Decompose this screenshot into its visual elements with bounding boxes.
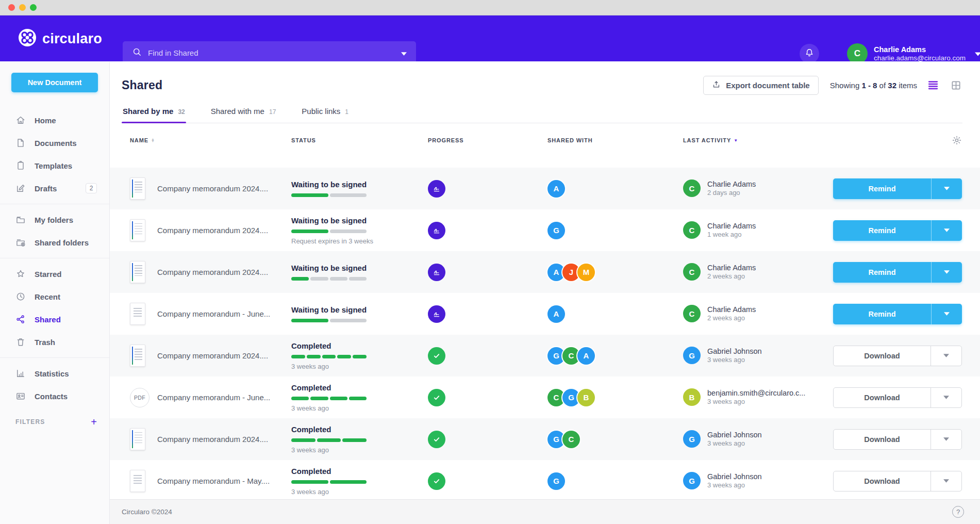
- progress-segment: [317, 438, 341, 442]
- export-document-table-button[interactable]: Export document table: [703, 76, 819, 95]
- last-activity-time: 2 weeks ago: [707, 314, 756, 323]
- sidebar-item-starred[interactable]: Starred: [0, 263, 109, 285]
- window-zoom-button[interactable]: [30, 4, 37, 11]
- table-row: Company memorandum 2024.... Waiting to b…: [110, 168, 980, 209]
- caret-down-icon[interactable]: [931, 430, 961, 449]
- sidebar: New Document Home Documents Templates Dr…: [0, 62, 110, 524]
- sidebar-item-home[interactable]: Home: [0, 109, 109, 132]
- progress-segment: [291, 438, 315, 442]
- tab-shared-with-me[interactable]: Shared with me17: [210, 107, 277, 123]
- progress-segment: [291, 277, 309, 281]
- last-activity-avatar: C: [683, 179, 701, 197]
- last-activity-avatar: C: [683, 263, 701, 281]
- add-filter-button[interactable]: +: [91, 417, 97, 427]
- tab-shared-by-me[interactable]: Shared by me32: [122, 107, 186, 123]
- last-activity-name: Charlie Adams: [707, 221, 756, 231]
- column-name[interactable]: NAME ▲▼: [130, 137, 291, 143]
- column-settings-icon[interactable]: [833, 135, 962, 145]
- help-button[interactable]: ?: [952, 506, 964, 518]
- status-text: Completed: [291, 425, 428, 434]
- sidebar-item-my-folders[interactable]: My folders: [0, 208, 109, 231]
- download-button[interactable]: Download: [833, 471, 962, 492]
- brand-logo[interactable]: circularo: [18, 28, 102, 50]
- sidebar-item-shared[interactable]: Shared: [0, 308, 109, 331]
- search-icon: [132, 47, 142, 59]
- shared-with-avatars: CGB: [547, 389, 683, 406]
- document-name[interactable]: Company memorandum - June...: [157, 309, 270, 318]
- notifications-button[interactable]: [800, 44, 819, 63]
- sidebar-item-trash[interactable]: Trash: [0, 331, 109, 353]
- new-document-button[interactable]: New Document: [11, 73, 98, 92]
- sidebar-item-drafts[interactable]: Drafts 2: [0, 177, 109, 200]
- remind-button[interactable]: Remind: [833, 178, 962, 199]
- user-avatar: C: [847, 43, 868, 64]
- document-icon: [130, 219, 145, 241]
- caret-down-icon[interactable]: [931, 304, 962, 324]
- download-button[interactable]: Download: [833, 387, 962, 408]
- grid-view-icon[interactable]: [949, 78, 962, 92]
- caret-down-icon[interactable]: [931, 178, 962, 199]
- sidebar-item-documents[interactable]: Documents: [0, 132, 109, 154]
- table-body: Company memorandum 2024.... Waiting to b…: [110, 168, 980, 502]
- tab-bar: Shared by me32 Shared with me17 Public l…: [122, 107, 962, 123]
- user-menu[interactable]: C Charlie Adams charlie.adams@circularo.…: [847, 43, 980, 64]
- check-badge: [428, 389, 445, 406]
- last-activity-name: Gabriel Johnson: [707, 430, 762, 440]
- last-activity: B benjamin.smith@circularo.c... 3 weeks …: [683, 388, 833, 407]
- document-icon: [130, 261, 145, 283]
- document-name[interactable]: Company memorandum 2024....: [157, 184, 268, 193]
- last-activity-avatar: G: [683, 472, 701, 489]
- filters-section: FILTERS +: [15, 417, 97, 427]
- tab-public-links[interactable]: Public links1: [301, 107, 350, 123]
- column-shared-with: SHARED WITH: [547, 137, 683, 143]
- document-name[interactable]: Company memorandum 2024....: [157, 226, 268, 235]
- last-activity: G Gabriel Johnson 3 weeks ago: [683, 430, 833, 449]
- search-scope-caret-icon[interactable]: [401, 48, 407, 58]
- progress-segment: [291, 319, 328, 322]
- window-close-button[interactable]: [8, 4, 15, 11]
- document-name[interactable]: Company memorandum - June...: [157, 393, 270, 402]
- sidebar-item-recent[interactable]: Recent: [0, 285, 109, 308]
- download-button[interactable]: Download: [833, 346, 962, 366]
- search-input[interactable]: [148, 48, 395, 57]
- window-titlebar: [0, 0, 980, 15]
- document-name[interactable]: Company memorandum 2024....: [157, 351, 268, 360]
- download-button[interactable]: Download: [833, 429, 962, 450]
- column-last-activity[interactable]: LAST ACTIVITY ▼: [683, 137, 833, 143]
- table-row: Company memorandum - May.... Completed 3…: [110, 460, 980, 502]
- progress-bar: [291, 438, 367, 442]
- progress-bar: [291, 193, 367, 197]
- progress-segment: [342, 438, 367, 442]
- remind-button[interactable]: Remind: [833, 304, 962, 324]
- last-activity-name: Charlie Adams: [707, 305, 756, 315]
- caret-down-icon[interactable]: [931, 262, 962, 283]
- last-activity: G Gabriel Johnson 3 weeks ago: [683, 347, 833, 365]
- caret-down-icon[interactable]: [931, 346, 961, 366]
- caret-down-icon[interactable]: [931, 471, 961, 491]
- remind-button[interactable]: Remind: [833, 220, 962, 241]
- shared-avatar: A: [547, 180, 565, 198]
- sidebar-item-statistics[interactable]: Statistics: [0, 362, 109, 385]
- results-count: Showing 1 - 8 of 32 items: [830, 81, 917, 90]
- document-name[interactable]: Company memorandum 2024....: [157, 268, 268, 276]
- window-minimize-button[interactable]: [19, 4, 26, 11]
- contacts-icon: [15, 391, 26, 401]
- progress-segment: [291, 230, 328, 233]
- sidebar-item-templates[interactable]: Templates: [0, 154, 109, 177]
- last-activity-avatar: G: [683, 430, 701, 448]
- last-activity-name: benjamin.smith@circularo.c...: [707, 388, 805, 398]
- sidebar-item-shared-folders[interactable]: Shared folders: [0, 231, 109, 254]
- remind-button[interactable]: Remind: [833, 262, 962, 283]
- shared-with-avatars: GC: [547, 431, 683, 448]
- caret-down-icon[interactable]: [931, 220, 962, 241]
- document-icon: [130, 470, 145, 492]
- main-content: Shared Export document table Showing 1 -…: [110, 61, 980, 524]
- list-view-icon[interactable]: [926, 78, 940, 92]
- last-activity: C Charlie Adams 1 week ago: [683, 221, 833, 240]
- check-badge: [428, 347, 445, 365]
- document-name[interactable]: Company memorandum 2024....: [157, 435, 268, 444]
- sort-icon[interactable]: ▲▼: [151, 138, 155, 142]
- document-name[interactable]: Company memorandum - May....: [157, 477, 270, 485]
- caret-down-icon[interactable]: [931, 388, 961, 407]
- sidebar-item-contacts[interactable]: Contacts: [0, 385, 109, 407]
